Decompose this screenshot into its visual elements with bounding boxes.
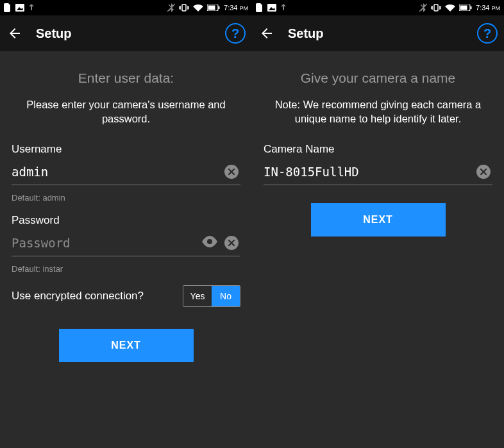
battery-icon [207,4,220,11]
vibrate-icon [179,4,189,12]
encrypted-toggle: Yes No [183,285,240,307]
help-button[interactable]: ? [477,23,498,44]
svg-rect-5 [208,6,215,10]
camera-name-clear-button[interactable] [475,163,492,181]
screen-user-data: 7:34 PM Setup ? Enter user data: Please … [0,0,252,448]
clear-icon [224,236,239,250]
question-icon: ? [483,26,491,41]
section-subtext: Please enter your camera's username and … [12,97,240,126]
screen-camera-name: 7:34 PM Setup ? Give your camera a name … [252,0,504,448]
status-time: 7:34 PM [476,4,500,12]
wifi-icon [445,4,455,12]
encrypted-no-option[interactable]: No [212,286,240,306]
password-visibility-button[interactable] [201,234,219,252]
username-hint: Default: admin [12,193,240,203]
username-clear-button[interactable] [223,163,240,181]
encrypted-yes-option[interactable]: Yes [183,286,212,306]
svg-rect-13 [460,6,467,10]
app-bar: Setup ? [0,15,252,51]
status-bar: 7:34 PM [252,0,504,15]
image-icon [15,4,24,12]
sim-icon [4,3,12,12]
status-bar: 7:34 PM [0,0,252,15]
section-heading: Enter user data: [12,71,240,86]
app-bar: Setup ? [252,15,504,51]
wifi-icon [193,4,203,12]
section-subtext: Note: We recommend giving each camera a … [264,97,492,126]
back-button[interactable] [6,25,23,42]
username-input[interactable] [12,163,219,180]
camera-name-input[interactable] [264,163,471,180]
status-time: 7:34 PM [224,4,248,12]
section-heading: Give your camera a name [264,71,492,86]
camera-name-label: Camera Name [264,143,492,156]
svg-rect-6 [219,6,220,9]
page-title: Setup [288,26,324,41]
sim-icon [256,3,264,12]
password-label: Password [12,214,240,227]
back-button[interactable] [258,25,275,42]
password-input[interactable] [12,235,197,251]
svg-point-7 [207,239,212,244]
next-button[interactable]: NEXT [311,203,446,236]
password-clear-button[interactable] [223,234,240,252]
camera-name-field-wrap [264,160,492,185]
svg-rect-3 [182,4,186,11]
image-icon [267,4,276,12]
bluetooth-off-icon [419,3,427,12]
next-button[interactable]: NEXT [59,329,194,362]
upload-icon [280,4,287,12]
bluetooth-off-icon [167,3,175,12]
svg-rect-11 [434,4,438,11]
username-field-wrap [12,160,240,185]
help-button[interactable]: ? [225,23,246,44]
eye-icon [202,236,217,250]
question-icon: ? [231,26,239,41]
vibrate-icon [431,4,441,12]
password-hint: Default: instar [12,264,240,274]
page-title: Setup [36,26,72,41]
clear-icon [476,165,491,179]
battery-icon [459,4,472,11]
svg-rect-14 [471,6,472,9]
upload-icon [28,4,35,12]
clear-icon [224,165,239,179]
password-field-wrap [12,231,240,256]
encrypted-label: Use encrypted connection? [12,290,183,303]
username-label: Username [12,143,240,156]
